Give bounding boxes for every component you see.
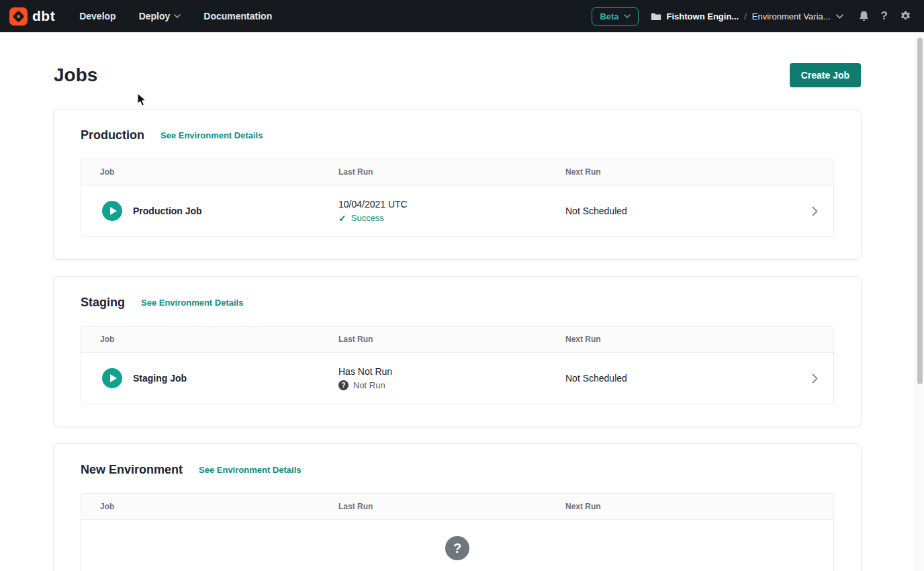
job-row-staging-job[interactable]: Staging Job Has Not Run ? Not Run Not Sc… <box>81 353 833 404</box>
breadcrumb-separator: / <box>744 11 747 21</box>
chevron-right-icon <box>812 206 818 216</box>
environment-header: Production See Environment Details <box>81 128 834 142</box>
job-name: Staging Job <box>133 373 187 384</box>
environment-name: Production <box>81 128 144 142</box>
project-breadcrumb[interactable]: Fishtown Engin... / Environment Varia... <box>651 11 843 21</box>
see-environment-details-link[interactable]: See Environment Details <box>160 130 263 140</box>
job-cell: Staging Job <box>81 368 320 388</box>
environment-card-production: Production See Environment Details Job L… <box>53 109 862 260</box>
environment-card-staging: Staging See Environment Details Job Last… <box>53 276 862 427</box>
topbar-right: Beta Fishtown Engin... / Environment Var… <box>592 7 912 26</box>
last-run-status: ✓ Success <box>338 213 547 224</box>
create-job-button[interactable]: Create Job <box>790 63 861 87</box>
empty-jobs-state: ? <box>81 520 833 571</box>
last-run-date: 10/04/2021 UTC <box>338 199 547 210</box>
column-header-last-run: Last Run <box>320 335 547 344</box>
folder-icon <box>651 12 661 21</box>
vertical-scrollbar-thumb[interactable] <box>917 38 923 384</box>
see-environment-details-link[interactable]: See Environment Details <box>199 465 301 475</box>
chevron-down-icon <box>836 14 843 19</box>
last-run-cell: Has Not Run ? Not Run <box>320 366 547 390</box>
column-header-last-run: Last Run <box>320 167 547 177</box>
question-circle-icon: ? <box>338 380 349 390</box>
status-label: Success <box>351 213 384 223</box>
status-label: Not Run <box>353 380 385 390</box>
see-environment-details-link[interactable]: See Environment Details <box>141 298 243 308</box>
breadcrumb-section[interactable]: Environment Varia... <box>752 11 831 21</box>
top-navigation-bar: dbt Develop Deploy Documentation Beta Fi… <box>0 0 924 32</box>
vertical-scrollbar-track[interactable] <box>915 32 924 571</box>
run-job-play-icon[interactable] <box>102 368 122 388</box>
beta-badge[interactable]: Beta <box>592 7 638 26</box>
job-table-header: Job Last Run Next Run <box>81 494 833 520</box>
next-run-cell: Not Scheduled <box>547 373 796 384</box>
column-header-job: Job <box>81 502 320 511</box>
column-header-next-run: Next Run <box>547 502 796 511</box>
row-chevron[interactable] <box>796 374 833 384</box>
chevron-down-icon <box>624 14 631 18</box>
settings-gear-icon[interactable] <box>899 10 912 23</box>
dbt-logo-text: dbt <box>32 8 55 24</box>
run-job-play-icon[interactable] <box>102 201 122 221</box>
primary-nav: Develop Deploy Documentation <box>79 11 272 21</box>
topbar-icons: ? <box>858 9 912 23</box>
page-title: Jobs <box>54 64 97 86</box>
dbt-logo[interactable]: dbt <box>9 7 55 26</box>
job-name: Production Job <box>133 206 202 216</box>
chevron-right-icon <box>812 374 818 384</box>
chevron-down-icon <box>174 14 181 18</box>
check-icon: ✓ <box>338 213 346 224</box>
job-table: Job Last Run Next Run Staging Job Has No… <box>81 326 834 404</box>
job-table: Job Last Run Next Run Production Job 10/… <box>81 159 834 237</box>
environment-header: New Environment See Environment Details <box>81 463 834 477</box>
column-header-job: Job <box>81 335 320 344</box>
environment-card-new-environment: New Environment See Environment Details … <box>53 443 862 571</box>
environment-name: New Environment <box>81 463 183 477</box>
last-run-status: ? Not Run <box>338 380 547 390</box>
job-row-production-job[interactable]: Production Job 10/04/2021 UTC ✓ Success … <box>81 185 833 236</box>
column-header-last-run: Last Run <box>320 502 547 511</box>
nav-item-deploy[interactable]: Deploy <box>139 11 181 21</box>
page-header: Jobs Create Job <box>53 63 862 87</box>
column-header-next-run: Next Run <box>547 335 796 344</box>
nav-item-documentation[interactable]: Documentation <box>203 11 272 21</box>
job-table-header: Job Last Run Next Run <box>81 159 833 185</box>
question-circle-icon: ? <box>445 536 469 560</box>
last-run-cell: 10/04/2021 UTC ✓ Success <box>320 199 547 224</box>
next-run-cell: Not Scheduled <box>547 206 796 216</box>
environment-header: Staging See Environment Details <box>81 296 834 310</box>
row-chevron[interactable] <box>796 206 833 216</box>
column-header-job: Job <box>81 167 320 177</box>
jobs-page: Jobs Create Job Production See Environme… <box>53 63 862 571</box>
job-table: Job Last Run Next Run ? <box>81 493 834 571</box>
dbt-logo-icon <box>9 7 28 26</box>
job-table-header: Job Last Run Next Run <box>81 326 833 353</box>
column-header-next-run: Next Run <box>547 167 796 177</box>
job-cell: Production Job <box>81 201 320 221</box>
environment-name: Staging <box>81 296 125 310</box>
last-run-date: Has Not Run <box>338 366 547 377</box>
notifications-bell-icon[interactable] <box>858 10 870 22</box>
help-icon[interactable]: ? <box>881 9 888 23</box>
breadcrumb-project[interactable]: Fishtown Engin... <box>667 11 739 21</box>
nav-item-develop[interactable]: Develop <box>79 11 116 21</box>
